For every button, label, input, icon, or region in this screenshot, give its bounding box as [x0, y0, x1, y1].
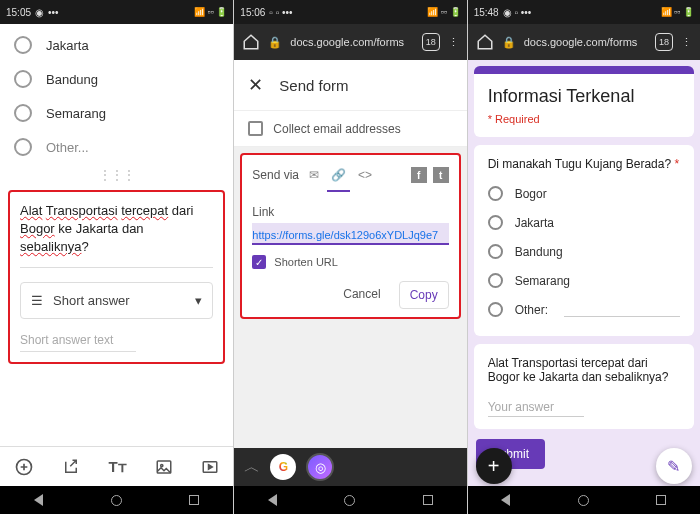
panel-form-preview: 15:48◉ ▫ ••• 📶 ▫▫ 🔋 🔒 docs.google.com/fo… [467, 0, 700, 514]
add-question-icon[interactable] [14, 457, 34, 477]
radio-label: Semarang [46, 106, 106, 121]
recents-icon[interactable] [656, 495, 666, 505]
radio-option-other[interactable]: Other... [0, 130, 233, 164]
dot-icon: ••• [48, 7, 59, 18]
form-preview-content: Informasi Terkenal * Required Di manakah… [468, 60, 700, 514]
radio-icon [488, 186, 503, 201]
question-card[interactable]: Alat Transportasi tercepat dari Bogor ke… [8, 190, 225, 364]
video-icon[interactable] [201, 458, 219, 476]
svg-point-2 [161, 464, 163, 466]
question-title[interactable]: Alat Transportasi tercepat dari Bogor ke… [20, 202, 213, 257]
tabs-button[interactable]: 18 [655, 33, 673, 51]
home-icon[interactable] [578, 495, 589, 506]
tabs-button[interactable]: 18 [422, 33, 440, 51]
shorten-url-row[interactable]: ✓ Shorten URL [252, 255, 448, 269]
signal-icon: 📶 ▫▫ 🔋 [427, 7, 460, 17]
status-time: 15:48 [474, 7, 499, 18]
status-bar: 15:48◉ ▫ ••• 📶 ▫▫ 🔋 [468, 0, 700, 24]
radio-icon [488, 244, 503, 259]
send-form-header: ✕ Send form [234, 60, 466, 111]
status-time: 15:06 [240, 7, 265, 18]
back-icon[interactable] [268, 494, 277, 506]
url-text[interactable]: docs.google.com/forms [290, 36, 413, 48]
close-icon[interactable]: ✕ [248, 74, 263, 96]
google-icon[interactable]: G [270, 454, 296, 480]
question-text: Di manakah Tugu Kujang Berada? * [488, 157, 680, 171]
radio-icon [488, 215, 503, 230]
android-nav [468, 486, 700, 514]
link-input[interactable]: https://forms.gle/dsk129o6xYDLJq9e7 [252, 223, 448, 245]
back-icon[interactable] [34, 494, 43, 506]
form-title: Informasi Terkenal [488, 86, 680, 107]
radio-option[interactable]: Jakarta [488, 208, 680, 237]
drag-handle-icon[interactable]: ⋮⋮⋮ [0, 164, 233, 186]
copy-button[interactable]: Copy [399, 281, 449, 309]
radio-icon [14, 138, 32, 156]
menu-icon[interactable]: ⋮ [681, 36, 692, 49]
form-title-card: Informasi Terkenal * Required [474, 66, 694, 137]
lock-icon: 🔒 [502, 36, 516, 49]
image-icon[interactable] [155, 458, 173, 476]
browser-url-bar: 🔒 docs.google.com/forms 18 ⋮ [468, 24, 700, 60]
url-text[interactable]: docs.google.com/forms [524, 36, 647, 48]
chevron-down-icon: ▾ [195, 293, 202, 308]
radio-option[interactable]: Bandung [488, 237, 680, 266]
radio-icon [14, 104, 32, 122]
question-type-select[interactable]: ☰Short answer ▾ [20, 282, 213, 319]
radio-option[interactable]: Bandung [0, 62, 233, 96]
email-icon[interactable]: ✉ [309, 168, 319, 182]
cancel-button[interactable]: Cancel [333, 281, 390, 309]
link-section-label: Link [252, 205, 448, 219]
radio-icon [488, 273, 503, 288]
recents-icon[interactable] [189, 495, 199, 505]
radio-label: Bandung [46, 72, 98, 87]
camera-fab-icon[interactable]: ◎ [306, 453, 334, 481]
browser-home-icon[interactable] [242, 33, 260, 51]
menu-icon[interactable]: ⋮ [448, 36, 459, 49]
your-answer-input[interactable]: Your answer [488, 394, 584, 417]
other-input[interactable] [564, 303, 680, 317]
radio-option[interactable]: Jakarta [0, 28, 233, 62]
question-card-2: Alat Transportasi tercepat dari Bogor ke… [474, 344, 694, 429]
question-text: Alat Transportasi tercepat dari Bogor ke… [488, 356, 680, 384]
radio-label: Semarang [515, 274, 570, 288]
twitter-icon[interactable]: t [433, 167, 449, 183]
android-nav [234, 486, 466, 514]
status-bar: 15:05◉••• 📶 ▫▫ 🔋 [0, 0, 233, 24]
new-tab-fab[interactable]: + [476, 448, 512, 484]
radio-label: Jakarta [46, 38, 89, 53]
send-form-title: Send form [279, 77, 348, 94]
signal-icon: 📶 ▫▫ 🔋 [661, 7, 694, 17]
whatsapp-icon: ◉ [35, 7, 44, 18]
editor-toolbar: Tᴛ [0, 446, 233, 486]
radio-option[interactable]: Semarang [0, 96, 233, 130]
home-icon[interactable] [111, 495, 122, 506]
notif-icon: ◉ ▫ ••• [503, 7, 532, 18]
radio-label: Other... [46, 140, 89, 155]
collect-emails-row[interactable]: Collect email addresses [234, 111, 466, 147]
radio-label: Bogor [515, 187, 547, 201]
home-icon[interactable] [344, 495, 355, 506]
radio-option[interactable]: Semarang [488, 266, 680, 295]
chrome-bottom-bar: ︿ G ◎ [234, 448, 466, 486]
chevron-up-icon[interactable]: ︿ [244, 457, 260, 478]
signal-icon: 📶 ▫▫ 🔋 [194, 7, 227, 17]
radio-option-other[interactable]: Other: [488, 295, 680, 324]
android-nav [0, 486, 233, 514]
radio-label: Bandung [515, 245, 563, 259]
text-icon[interactable]: Tᴛ [109, 458, 127, 476]
import-icon[interactable] [62, 458, 80, 476]
notif-icon: ▫ ▫ ••• [269, 7, 292, 18]
radio-icon [488, 302, 503, 317]
browser-home-icon[interactable] [476, 33, 494, 51]
short-answer-placeholder: Short answer text [20, 333, 136, 352]
embed-icon[interactable]: <> [358, 168, 372, 182]
back-icon[interactable] [501, 494, 510, 506]
question-card-1: Di manakah Tugu Kujang Berada? * Bogor J… [474, 145, 694, 336]
facebook-icon[interactable]: f [411, 167, 427, 183]
radio-label: Other: [515, 303, 548, 317]
edit-fab[interactable]: ✎ [656, 448, 692, 484]
radio-option[interactable]: Bogor [488, 179, 680, 208]
recents-icon[interactable] [423, 495, 433, 505]
link-icon[interactable]: 🔗 [331, 168, 346, 182]
